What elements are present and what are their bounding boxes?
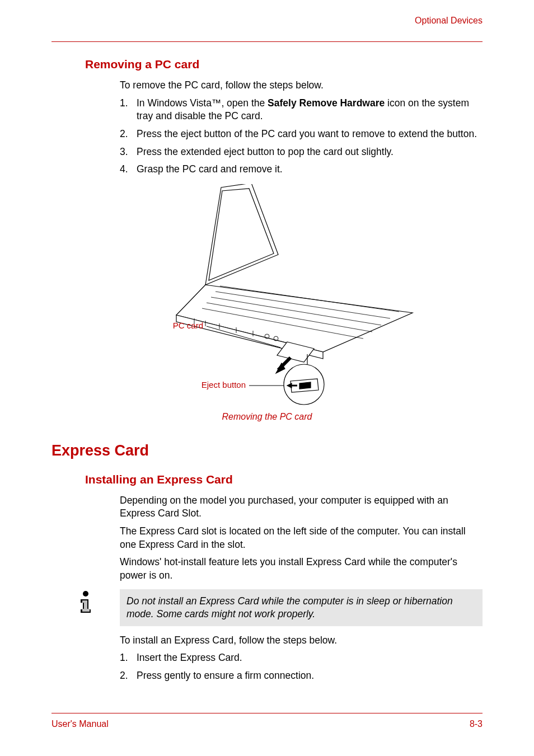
figure-caption: Removing the PC card [51,412,483,422]
step-item: 4. Grasp the PC card and remove it. [120,163,483,176]
step-item: 1. In Windows Vista™, open the Safely Re… [120,97,483,123]
paragraph: To install an Express Card, follow the s… [120,634,483,647]
callout-eject-button: Eject button [202,380,246,389]
footer-manual-label: User's Manual [51,719,109,729]
svg-point-16 [83,591,88,597]
step-item: 1. Insert the Express Card. [120,651,483,665]
step-text: Press the extended eject button to pop t… [137,146,394,157]
header-section-label: Optional Devices [415,16,483,26]
step-item: 2. Press gently to ensure a firm connect… [120,669,483,683]
step-number: 4. [120,163,128,176]
note-text: Do not install an Express Card while the… [120,589,483,626]
step-list-install: 1. Insert the Express Card. 2. Press gen… [120,651,483,682]
paragraph: Depending on the model you purchased, yo… [120,494,483,520]
info-icon-cell [51,589,120,614]
page-footer: User's Manual 8-3 [51,713,483,729]
step-number: 2. [120,128,128,141]
step-text: Grasp the PC card and remove it. [137,163,283,175]
heading-removing-pc-card: Removing a PC card [85,58,483,71]
heading-installing-express-card: Installing an Express Card [85,473,483,486]
heading-express-card: Express Card [51,442,483,459]
step-text: Press gently to ensure a firm connection… [137,670,314,681]
step-text: Press the eject button of the PC card yo… [137,128,477,139]
step-number: 2. [120,669,128,683]
callout-pc-card: PC card [173,321,203,330]
footer-rule [51,713,483,713]
figure-removing-pc-card: PC card Eject button [51,184,483,407]
header-rule [51,41,483,42]
laptop-illustration: PC card Eject button [110,184,424,405]
step-text: In Windows Vista™, open the Safely Remov… [137,97,469,122]
step-item: 3. Press the extended eject button to po… [120,145,483,159]
info-icon [76,590,95,614]
step-number: 1. [120,97,128,110]
page-header: Optional Devices [51,16,483,28]
footer-page-number: 8-3 [470,719,483,729]
step-item: 2. Press the eject button of the PC card… [120,128,483,141]
paragraph: Windows' hot-install feature lets you in… [120,556,483,582]
step-number: 3. [120,145,128,159]
intro-paragraph: To remove the PC card, follow the steps … [120,79,483,92]
paragraph: The Express Card slot is located on the … [120,525,483,551]
page: Optional Devices Removing a PC card To r… [0,0,534,756]
step-text: Insert the Express Card. [137,652,242,663]
step-number: 1. [120,651,128,665]
note-block: Do not install an Express Card while the… [51,589,483,626]
step-list-remove: 1. In Windows Vista™, open the Safely Re… [120,97,483,176]
